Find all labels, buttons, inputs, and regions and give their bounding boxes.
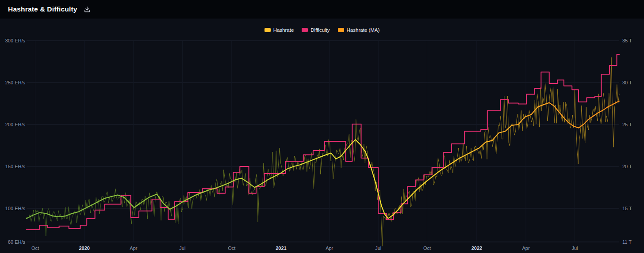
legend-item-difficulty[interactable]: Difficulty xyxy=(302,27,330,33)
y-left-tick-label: 60 EH/s xyxy=(8,239,26,245)
series-hashrate_ma-path xyxy=(27,101,619,219)
download-button[interactable] xyxy=(83,5,92,14)
y-right-tick-label: 15 T xyxy=(622,206,632,211)
y-right-tick-label: 25 T xyxy=(622,122,632,127)
y-left-tick-label: 150 EH/s xyxy=(5,164,26,169)
chart-svg[interactable]: 300 EH/s250 EH/s200 EH/s150 EH/s100 EH/s… xyxy=(0,19,644,253)
download-icon xyxy=(84,6,91,13)
legend-swatch-difficulty xyxy=(302,28,308,32)
series-difficulty-path xyxy=(27,54,619,229)
legend: HashrateDifficultyHashrate (MA) xyxy=(0,27,644,33)
chart-area: HashrateDifficultyHashrate (MA) 300 EH/s… xyxy=(0,19,644,253)
y-right-tick-label: 35 T xyxy=(622,38,632,43)
y-left-tick-label: 300 EH/s xyxy=(5,38,26,43)
x-tick-label: Oct xyxy=(31,245,39,251)
legend-swatch-hashrate-ma xyxy=(338,28,344,32)
y-right-tick-label: 20 T xyxy=(622,164,632,169)
y-left-tick-label: 200 EH/s xyxy=(5,122,26,127)
x-tick-label: 2020 xyxy=(79,245,89,251)
x-tick-label: Oct xyxy=(228,245,235,251)
x-tick-label: Jul xyxy=(179,245,185,251)
legend-item-hashrate-ma[interactable]: Hashrate (MA) xyxy=(338,27,380,33)
page-title: Hashrate & Difficulty xyxy=(8,5,77,13)
series-hashrate_raw-path xyxy=(27,57,619,246)
x-tick-label: 2021 xyxy=(276,245,286,251)
chart-header: Hashrate & Difficulty xyxy=(0,0,644,19)
y-right-tick-label: 30 T xyxy=(622,80,632,85)
legend-label: Hashrate xyxy=(273,27,294,33)
legend-label: Difficulty xyxy=(310,27,330,33)
x-tick-label: Oct xyxy=(423,245,431,251)
y-left-tick-label: 100 EH/s xyxy=(5,206,26,211)
app-root: Hashrate & Difficulty HashrateDifficulty… xyxy=(0,0,644,253)
x-tick-label: Jul xyxy=(571,245,578,251)
legend-label: Hashrate (MA) xyxy=(347,27,380,33)
x-tick-label: 2022 xyxy=(472,245,482,251)
x-tick-label: Apr xyxy=(522,245,529,251)
x-tick-label: Apr xyxy=(130,245,137,251)
legend-swatch-hashrate xyxy=(264,28,271,32)
x-tick-label: Jul xyxy=(375,245,381,251)
y-right-tick-label: 11 T xyxy=(622,239,632,245)
legend-item-hashrate[interactable]: Hashrate xyxy=(264,27,294,33)
y-left-tick-label: 250 EH/s xyxy=(5,80,26,85)
x-tick-label: Apr xyxy=(326,245,333,251)
